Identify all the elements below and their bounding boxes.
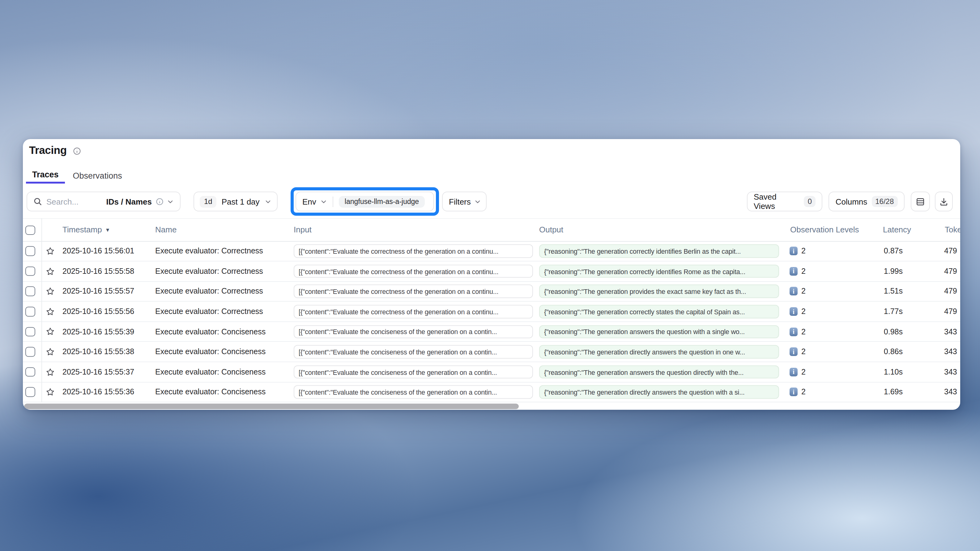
observation-levels-cell: 2	[789, 262, 806, 281]
row-checkbox[interactable]	[25, 267, 35, 276]
star-icon[interactable]	[46, 382, 55, 402]
env-filter-button[interactable]: Env langfuse-llm-as-a-judge	[296, 192, 434, 211]
column-header-output: Output	[539, 219, 563, 241]
input-cell[interactable]: [{"content":"Evaluate the conciseness of…	[294, 345, 533, 359]
timestamp-cell: 2025-10-16 15:55:37	[62, 362, 134, 382]
star-icon[interactable]	[46, 302, 55, 321]
observation-count: 2	[801, 287, 806, 296]
table-row[interactable]: 2025-10-16 15:56:01 Execute evaluator: C…	[23, 241, 960, 262]
latency-cell: 1.77s	[858, 302, 903, 321]
row-checkbox[interactable]	[25, 246, 35, 256]
tokens-cell: 343 →	[944, 342, 960, 362]
timestamp-cell: 2025-10-16 15:55:36	[62, 382, 134, 402]
timestamp-cell: 2025-10-16 15:55:56	[62, 302, 134, 321]
star-icon[interactable]	[46, 241, 55, 261]
tab-bar: Traces Observations	[26, 167, 128, 184]
tab-observations[interactable]: Observations	[67, 167, 128, 184]
output-cell[interactable]: {"reasoning":"The generation provides th…	[539, 284, 779, 298]
column-header-timestamp[interactable]: Timestamp▼	[62, 219, 110, 241]
star-icon[interactable]	[46, 322, 55, 341]
chevron-down-icon	[265, 198, 271, 205]
star-icon[interactable]	[46, 362, 55, 382]
output-cell[interactable]: {"reasoning":"The generation directly an…	[539, 385, 779, 399]
search-mode-dropdown[interactable]: IDs / Names	[107, 197, 174, 206]
timestamp-cell: 2025-10-16 15:55:58	[62, 262, 134, 281]
table-row[interactable]: 2025-10-16 15:55:39 Execute evaluator: C…	[23, 322, 960, 342]
row-checkbox[interactable]	[25, 307, 35, 316]
sort-desc-icon: ▼	[105, 227, 110, 233]
output-cell[interactable]: {"reasoning":"The generation directly an…	[539, 345, 779, 359]
row-checkbox[interactable]	[25, 286, 35, 296]
latency-cell: 1.10s	[858, 362, 903, 382]
name-cell: Execute evaluator: Correctness	[155, 302, 263, 321]
info-icon	[156, 198, 163, 205]
search-icon	[33, 197, 42, 206]
observation-count: 2	[801, 267, 806, 276]
latency-cell: 0.86s	[858, 342, 903, 362]
latency-cell: 1.51s	[858, 281, 903, 301]
time-range-badge: 1d	[200, 195, 217, 207]
table-row[interactable]: 2025-10-16 15:55:37 Execute evaluator: C…	[23, 362, 960, 382]
observation-levels-cell: 2	[789, 241, 806, 261]
info-icon[interactable]	[73, 147, 81, 155]
row-checkbox[interactable]	[25, 327, 35, 337]
observation-levels-cell: 2	[789, 342, 806, 362]
input-cell[interactable]: [{"content":"Evaluate the conciseness of…	[294, 325, 533, 338]
observation-levels-cell: 2	[789, 382, 806, 402]
info-level-icon	[789, 287, 798, 296]
star-icon[interactable]	[46, 342, 55, 362]
info-level-icon	[789, 247, 798, 256]
tracing-window: Tracing Traces Observations Search... ID…	[23, 139, 960, 410]
output-cell[interactable]: {"reasoning":"The generation correctly i…	[539, 245, 779, 258]
input-cell[interactable]: [{"content":"Evaluate the correctness of…	[294, 245, 533, 258]
table-row[interactable]: 2025-10-16 15:55:57 Execute evaluator: C…	[23, 281, 960, 302]
columns-button[interactable]: Columns 16/28	[829, 192, 905, 211]
search-input[interactable]: Search... IDs / Names	[27, 192, 181, 211]
time-range-label: Past 1 day	[222, 197, 260, 206]
star-icon[interactable]	[46, 262, 55, 281]
observation-count: 2	[801, 347, 806, 356]
input-cell[interactable]: [{"content":"Evaluate the conciseness of…	[294, 385, 533, 399]
input-cell[interactable]: [{"content":"Evaluate the correctness of…	[294, 265, 533, 278]
input-cell[interactable]: [{"content":"Evaluate the conciseness of…	[294, 365, 533, 379]
timestamp-cell: 2025-10-16 15:55:57	[62, 281, 134, 301]
observation-count: 2	[801, 388, 806, 397]
chevron-down-icon	[321, 198, 328, 205]
output-cell[interactable]: {"reasoning":"The generation correctly i…	[539, 265, 779, 278]
table-row[interactable]: 2025-10-16 15:55:36 Execute evaluator: C…	[23, 382, 960, 402]
output-cell[interactable]: {"reasoning":"The generation correctly s…	[539, 305, 779, 318]
info-level-icon	[789, 307, 798, 316]
divider	[333, 196, 334, 207]
export-button[interactable]	[935, 192, 953, 211]
observation-count: 2	[801, 368, 806, 376]
saved-views-button[interactable]: Saved Views 0	[747, 192, 822, 211]
horizontal-scrollbar-thumb[interactable]	[24, 403, 519, 409]
chevron-down-icon	[167, 198, 174, 205]
column-header-observation-levels: Observation Levels	[790, 219, 859, 241]
table-row[interactable]: 2025-10-16 15:55:58 Execute evaluator: C…	[23, 262, 960, 281]
latency-cell: 1.69s	[858, 382, 903, 402]
input-cell[interactable]: [{"content":"Evaluate the correctness of…	[294, 305, 533, 318]
tokens-cell: 343 →	[944, 322, 960, 341]
filters-button[interactable]: Filters	[442, 192, 487, 211]
observation-levels-cell: 2	[789, 362, 806, 382]
table-row[interactable]: 2025-10-16 15:55:56 Execute evaluator: C…	[23, 302, 960, 322]
observation-levels-cell: 2	[789, 302, 806, 321]
star-icon[interactable]	[46, 281, 55, 301]
row-checkbox[interactable]	[25, 347, 35, 357]
time-range-button[interactable]: 1d Past 1 day	[194, 192, 278, 211]
select-all-checkbox[interactable]	[25, 225, 35, 235]
info-level-icon	[789, 267, 798, 276]
output-cell[interactable]: {"reasoning":"The generation answers the…	[539, 325, 779, 338]
pinned-column-divider	[41, 218, 42, 402]
table-row[interactable]: 2025-10-16 15:55:38 Execute evaluator: C…	[23, 342, 960, 362]
row-height-button[interactable]	[911, 192, 930, 211]
output-cell[interactable]: {"reasoning":"The generation answers the…	[539, 365, 779, 379]
tokens-cell: 479 →	[944, 262, 960, 281]
tab-traces[interactable]: Traces	[26, 167, 65, 184]
row-checkbox[interactable]	[25, 367, 35, 377]
row-checkbox[interactable]	[25, 387, 35, 397]
row-height-icon	[916, 197, 925, 206]
input-cell[interactable]: [{"content":"Evaluate the correctness of…	[294, 284, 533, 298]
download-icon	[939, 197, 948, 206]
